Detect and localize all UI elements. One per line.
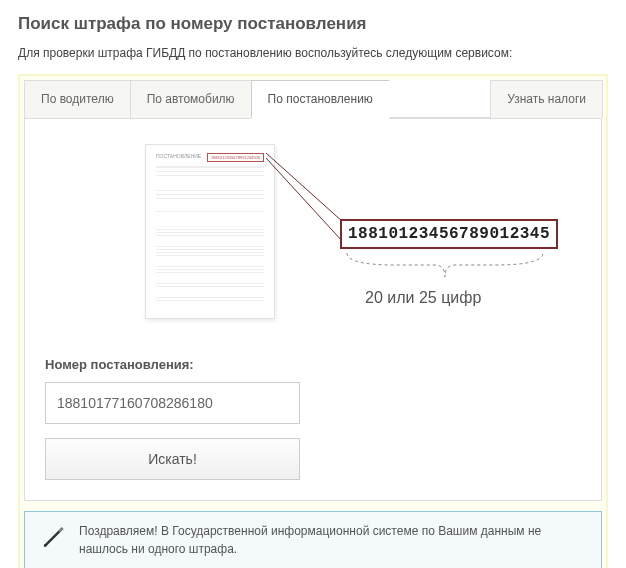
content-panel: ПОСТАНОВЛЕНИЕ 1881012345678901234500 (24, 119, 602, 501)
result-message: Поздравляем! В Государственной информаци… (79, 522, 587, 558)
svg-line-1 (266, 158, 343, 242)
main-container: По водителю По автомобилю По постановлен… (18, 74, 608, 568)
page-title: Поиск штрафа по номеру постановления (18, 14, 608, 34)
tab-taxes[interactable]: Узнать налоги (490, 80, 603, 118)
tab-by-car[interactable]: По автомобилю (130, 80, 252, 118)
doc-title: ПОСТАНОВЛЕНИЕ (156, 153, 201, 159)
svg-line-0 (266, 153, 343, 222)
tab-by-decree[interactable]: По постановлению (251, 80, 390, 119)
doc-uin-highlight: 1881012345678901234500 (207, 153, 264, 162)
svg-point-2 (44, 544, 47, 547)
digits-hint: 20 или 25 цифр (365, 289, 481, 307)
uin-sample: 18810123456789012345 (340, 219, 558, 249)
search-button[interactable]: Искать! (45, 438, 300, 480)
document-mock: ПОСТАНОВЛЕНИЕ 1881012345678901234500 (145, 144, 275, 319)
uin-input[interactable] (45, 382, 300, 424)
tab-row: По водителю По автомобилю По постановлен… (24, 80, 602, 119)
tab-by-driver[interactable]: По водителю (24, 80, 131, 118)
result-box: Поздравляем! В Государственной информаци… (24, 511, 602, 568)
diagram-area: ПОСТАНОВЛЕНИЕ 1881012345678901234500 (45, 139, 581, 339)
pen-icon (39, 522, 67, 550)
page-description: Для проверки штрафа ГИБДД по постановлен… (18, 46, 608, 60)
curly-brace-icon (345, 251, 545, 281)
uin-field-label: Номер постановления: (45, 357, 581, 372)
